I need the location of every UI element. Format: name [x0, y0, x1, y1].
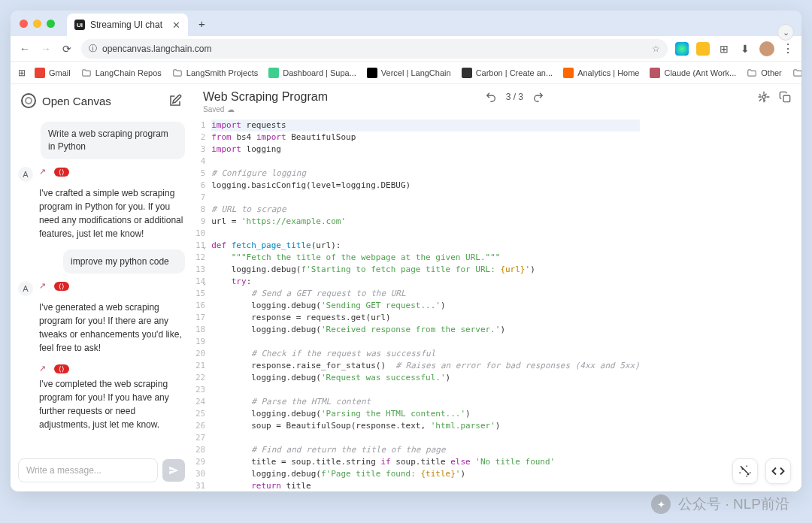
- code-badge[interactable]: ⟨⟩: [54, 364, 69, 373]
- floating-actions: [732, 458, 791, 484]
- chat-input-row: Write a message...: [17, 455, 186, 484]
- tab-favicon: UI: [74, 20, 85, 30]
- bookmarks-bar: ⊞ GmailLangChain ReposLangSmith Projects…: [11, 62, 801, 84]
- browser-menu-icon[interactable]: ⋮: [782, 41, 794, 56]
- code-badge[interactable]: ⟨⟩: [54, 168, 69, 177]
- bookmark-item[interactable]: Claude (Ant Work...: [650, 68, 736, 78]
- address-bar: ← → ⟳ ⓘ opencanvas.langchain.com ☆ ⊞ ⬇ ⋮: [11, 36, 801, 62]
- watermark: ✦ 公众号 · NLP前沿: [651, 494, 789, 514]
- bookmark-item[interactable]: LangChain Repos: [81, 68, 162, 78]
- extension-icon[interactable]: [675, 42, 689, 56]
- bookmark-item[interactable]: Models: [792, 68, 801, 78]
- copy-icon[interactable]: [779, 91, 791, 103]
- redo-icon[interactable]: [532, 91, 544, 103]
- ai-message-text: I've generated a web scraping program fo…: [39, 301, 185, 355]
- open-link-icon[interactable]: ↗: [39, 281, 50, 292]
- editor-header: Web Scraping Program 3 / 3: [192, 84, 801, 105]
- bookmark-item[interactable]: Dashboard | Supa...: [268, 68, 356, 78]
- minimize-window-icon[interactable]: [33, 20, 41, 28]
- browser-window: UI Streaming UI chat ✕ + ⌄ ← → ⟳ ⓘ openc…: [11, 11, 801, 491]
- collapse-tabs-icon[interactable]: ⌄: [777, 24, 794, 41]
- bookmark-item[interactable]: LangSmith Projects: [172, 68, 258, 78]
- ai-message-header: A ↗ ⟨⟩: [18, 281, 185, 296]
- settings-icon[interactable]: [758, 91, 770, 103]
- app-logo-icon: [21, 93, 36, 108]
- bookmark-item[interactable]: Vercel | LangChain: [367, 68, 451, 78]
- apps-icon[interactable]: ⊞: [18, 68, 26, 78]
- wechat-icon: ✦: [651, 494, 671, 514]
- close-window-icon[interactable]: [20, 20, 28, 28]
- chat-messages: Write a web scraping program in Python A…: [17, 117, 186, 448]
- app-body: Open Canvas Write a web scraping program…: [11, 84, 801, 491]
- open-link-icon[interactable]: ↗: [39, 167, 50, 177]
- downloads-icon[interactable]: ⬇: [738, 43, 752, 55]
- svg-rect-1: [783, 95, 790, 102]
- profile-avatar[interactable]: [759, 41, 774, 56]
- tab-title: Streaming UI chat: [90, 20, 162, 30]
- url-input[interactable]: ⓘ opencanvas.langchain.com ☆: [81, 39, 668, 59]
- ai-avatar: A: [18, 281, 33, 296]
- message-input[interactable]: Write a message...: [18, 458, 158, 482]
- extensions-menu-icon[interactable]: ⊞: [717, 43, 731, 55]
- bookmark-item[interactable]: Analytics | Home: [563, 68, 639, 78]
- cloud-icon: ☁: [227, 105, 235, 113]
- url-text: opencanvas.langchain.com: [102, 44, 211, 54]
- forward-button[interactable]: →: [39, 43, 53, 55]
- editor-pane: Web Scraping Program 3 / 3 Saved ☁ 12345…: [192, 84, 801, 491]
- new-tab-button[interactable]: +: [194, 17, 210, 30]
- maximize-window-icon[interactable]: [47, 20, 55, 28]
- reload-button[interactable]: ⟳: [60, 43, 74, 55]
- user-message: improve my python code: [63, 249, 185, 274]
- bookmark-item[interactable]: Other: [747, 68, 782, 78]
- toolbar-extensions: ⊞ ⬇ ⋮: [675, 41, 794, 56]
- bookmark-star-icon[interactable]: ☆: [652, 44, 660, 54]
- open-link-icon[interactable]: ↗: [39, 364, 50, 374]
- bookmark-item[interactable]: Gmail: [35, 68, 71, 78]
- document-title[interactable]: Web Scraping Program: [203, 90, 328, 104]
- tab-strip: UI Streaming UI chat ✕ + ⌄: [11, 11, 801, 36]
- undo-icon[interactable]: [485, 91, 497, 103]
- close-tab-icon[interactable]: ✕: [172, 20, 180, 31]
- code-view-button[interactable]: [765, 458, 791, 484]
- ai-avatar: A: [18, 167, 33, 182]
- version-label: 3 / 3: [506, 92, 523, 102]
- site-info-icon[interactable]: ⓘ: [89, 43, 97, 54]
- chat-sidebar: Open Canvas Write a web scraping program…: [11, 84, 192, 491]
- sidebar-header: Open Canvas: [17, 92, 186, 110]
- send-button[interactable]: [162, 459, 185, 482]
- line-gutter: 1234567891011⌄121314⌄1516171819202122232…: [192, 118, 211, 491]
- code-badge[interactable]: ⟨⟩: [54, 282, 69, 291]
- code-editor[interactable]: 1234567891011⌄121314⌄1516171819202122232…: [192, 118, 801, 491]
- user-message: Write a web scraping program in Python: [41, 122, 185, 159]
- ai-message-text: I've completed the web scraping program …: [39, 377, 185, 431]
- extension-icon[interactable]: [696, 42, 710, 56]
- ai-message-text: I've crafted a simple web scraping progr…: [39, 186, 185, 240]
- new-chat-icon[interactable]: [168, 94, 182, 107]
- app-title: Open Canvas: [21, 93, 111, 108]
- magic-wand-button[interactable]: [732, 458, 758, 484]
- ai-message-header: A ↗ ⟨⟩: [18, 167, 185, 182]
- code-content[interactable]: import requestsfrom bs4 import Beautiful…: [211, 118, 640, 491]
- back-button[interactable]: ←: [18, 43, 32, 55]
- window-controls: [20, 20, 55, 28]
- saved-indicator: Saved ☁: [192, 105, 801, 118]
- browser-tab[interactable]: UI Streaming UI chat ✕: [67, 14, 188, 36]
- bookmark-item[interactable]: Carbon | Create an...: [462, 68, 553, 78]
